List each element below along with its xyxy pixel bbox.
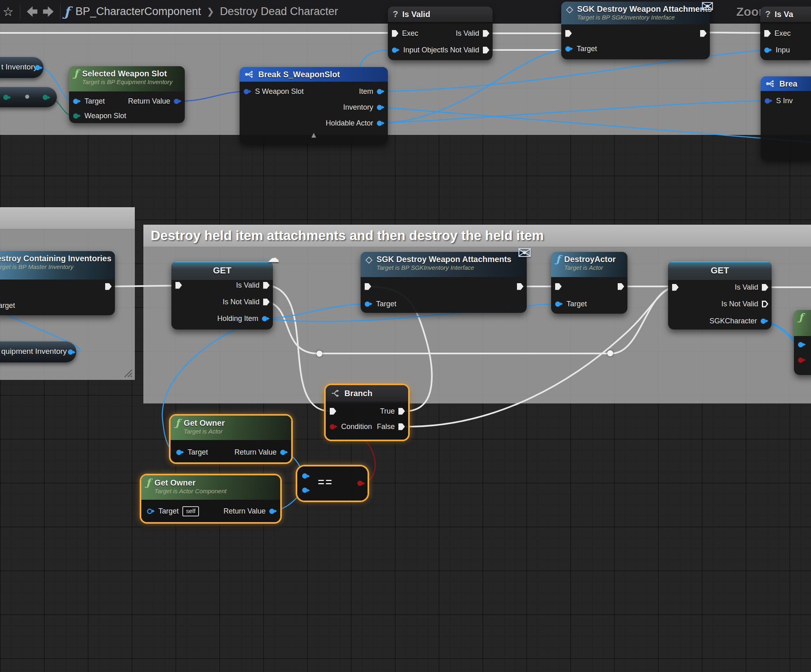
node-is-valid-top[interactable]: ? Is Valid Exec Is Valid Input Object Is…: [388, 7, 493, 60]
node-get-holding-item[interactable]: ☁ GET Is Valid Is Not Valid Holding Item: [171, 261, 273, 329]
node-get-owner-actor[interactable]: ƒ Get Owner Target is Actor Target Retur…: [171, 416, 291, 462]
node-header[interactable]: ƒ DestroyActor Target is Actor: [551, 252, 627, 277]
target-pin[interactable]: [565, 46, 573, 52]
node-selected-weapon-slot[interactable]: ƒ Selected Weapon Slot Target is BP Equi…: [69, 66, 185, 123]
target-pin[interactable]: [365, 301, 372, 307]
exec-out-pin[interactable]: [700, 30, 707, 37]
blueprint-graph-canvas[interactable]: Destroy held item attachments and then d…: [0, 0, 811, 672]
is-not-valid-exec-pin[interactable]: [263, 299, 270, 306]
is-not-valid-exec-pin[interactable]: [762, 301, 768, 308]
node-destroy-actor[interactable]: ƒ DestroyActor Target is Actor Target: [551, 252, 627, 314]
node-equipment-inventory-getter[interactable]: quipment Inventory: [0, 341, 76, 362]
node-header[interactable]: ƒ Get Owner Target is Actor Component: [141, 475, 280, 500]
exec-in-pin[interactable]: [392, 30, 398, 37]
wire-object[interactable]: [263, 304, 366, 319]
node-header[interactable]: ƒ Get Owner Target is Actor: [171, 416, 291, 440]
pure-function-icon: ƒ: [799, 312, 803, 323]
target-pin[interactable]: [147, 509, 155, 514]
pin-label: Target: [567, 300, 587, 308]
collapse-arrow-icon[interactable]: ▲: [240, 131, 388, 139]
object-pin[interactable]: [35, 65, 43, 70]
is-valid-exec-pin[interactable]: [263, 282, 270, 289]
holdable-actor-pin[interactable]: [377, 121, 385, 126]
weapon-slot-pin[interactable]: [73, 113, 81, 119]
node-header[interactable]: Branch: [326, 385, 408, 401]
target-pin[interactable]: [176, 450, 184, 455]
self-default-value[interactable]: self: [182, 506, 199, 516]
node-header[interactable]: ◇ SGK Destroy Weapon Attachments Target …: [361, 252, 527, 277]
node-weapon-slot-getter[interactable]: [0, 87, 57, 107]
exec-out-pin[interactable]: [517, 283, 523, 290]
input-object-pin[interactable]: [392, 48, 400, 53]
target-pin[interactable]: [555, 301, 563, 307]
target-pin[interactable]: [73, 99, 81, 104]
node-subtitle: Target is Actor: [184, 428, 225, 435]
exec-in-pin[interactable]: [555, 283, 562, 290]
exec-in-pin[interactable]: [764, 30, 771, 37]
reroute-node[interactable]: [607, 350, 613, 356]
exec-in-pin[interactable]: [365, 283, 371, 290]
node-is-valid-right-partial[interactable]: ? Is Va Exec Inpu: [760, 7, 811, 60]
node-break-weapon-slot[interactable]: Break S_WeaponSlot S Weapon Slot Item In…: [240, 67, 388, 144]
node-sgk-destroy-attachments-top[interactable]: ✉ ◇ SGK Destroy Weapon Attachments Targe…: [561, 2, 710, 59]
node-break-right-partial[interactable]: Brea S Inv: [761, 76, 811, 160]
node-header[interactable]: ? Is Valid: [388, 7, 493, 22]
node-header[interactable]: ƒ Selected Weapon Slot Target is BP Equi…: [69, 66, 185, 91]
node-header[interactable]: ◇ SGK Destroy Weapon Attachments Target …: [561, 2, 710, 24]
node-header[interactable]: ? Is Va: [760, 7, 811, 22]
node-get-sgk-character[interactable]: GET Is Valid Is Not Valid SGKCharacter: [668, 261, 772, 329]
exec-in-pin[interactable]: [672, 284, 679, 291]
is-valid-exec-pin[interactable]: [762, 284, 768, 291]
pin-label: Input Object: [403, 46, 443, 54]
bool-pin[interactable]: [798, 358, 806, 363]
teal-pin[interactable]: [43, 95, 50, 100]
node-header[interactable]: Brea: [761, 76, 811, 91]
return-value-pin[interactable]: [280, 450, 288, 455]
interface-diamond-icon: ◇: [566, 4, 573, 14]
false-exec-pin[interactable]: [398, 423, 405, 430]
wire-object[interactable]: [382, 107, 811, 142]
object-pin[interactable]: [68, 349, 76, 355]
true-exec-pin[interactable]: [398, 408, 405, 415]
equals-operator-label: ==: [297, 476, 354, 489]
node-header[interactable]: ƒ: [794, 310, 811, 336]
node-inventory-getter[interactable]: t Inventory: [0, 57, 43, 78]
return-value-pin[interactable]: [269, 509, 277, 514]
node-get-owner-component[interactable]: ƒ Get Owner Target is Actor Component Ta…: [141, 475, 280, 522]
node-equals[interactable]: ==: [297, 466, 368, 501]
pin-label: S Inv: [776, 97, 793, 105]
node-header[interactable]: estroy Containing Inventories arget is B…: [0, 251, 115, 280]
struct-in-pin[interactable]: [765, 98, 772, 104]
node-branch[interactable]: Branch True Condition False: [326, 385, 408, 440]
node-sgk-destroy-attachments-main[interactable]: ✉ ◇ SGK Destroy Weapon Attachments Targe…: [361, 252, 527, 313]
holding-item-pin[interactable]: [262, 316, 270, 321]
struct-in-pin[interactable]: [244, 89, 251, 94]
return-value-pin[interactable]: [174, 99, 182, 104]
inventory-pin[interactable]: [377, 105, 385, 110]
branch-icon: [331, 389, 340, 398]
node-destroy-containing-inventories[interactable]: estroy Containing Inventories arget is B…: [0, 251, 115, 315]
node-header[interactable]: Break S_WeaponSlot: [240, 67, 388, 82]
input-object-pin[interactable]: [764, 48, 772, 53]
reroute-node[interactable]: [316, 351, 322, 357]
exec-in-pin[interactable]: [330, 408, 336, 415]
exec-in-pin[interactable]: [565, 30, 572, 37]
wire-exec[interactable]: [113, 286, 175, 286]
is-valid-exec-pin[interactable]: [483, 30, 489, 37]
node-green-function-partial[interactable]: ƒ: [794, 310, 811, 375]
pin-label: Target: [158, 507, 179, 516]
item-pin[interactable]: [377, 89, 385, 94]
wire-struct[interactable]: [180, 91, 246, 101]
exec-out-pin[interactable]: [618, 283, 624, 290]
exec-in-pin[interactable]: [175, 282, 182, 289]
condition-pin[interactable]: [330, 424, 337, 429]
result-pin[interactable]: [357, 481, 365, 486]
wire-exec[interactable]: [705, 33, 766, 33]
exec-out-pin[interactable]: [105, 283, 112, 290]
node-header[interactable]: GET: [171, 261, 273, 280]
node-header[interactable]: GET: [668, 261, 772, 280]
sgk-character-pin[interactable]: [761, 319, 768, 324]
object-pin[interactable]: [798, 342, 806, 347]
teal-pin[interactable]: [3, 95, 11, 100]
is-not-valid-exec-pin[interactable]: [483, 47, 489, 54]
